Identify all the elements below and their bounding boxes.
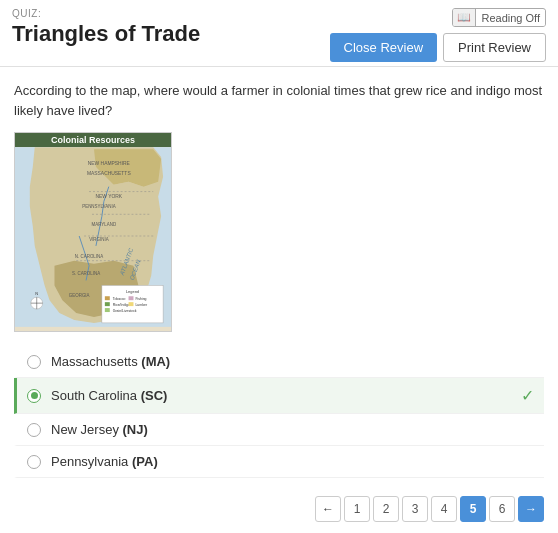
svg-text:NEW HAMPSHIRE: NEW HAMPSHIRE — [88, 161, 131, 166]
radio-south-carolina — [27, 389, 41, 403]
svg-text:N. CAROLINA: N. CAROLINA — [75, 254, 103, 259]
svg-text:Legend: Legend — [126, 289, 139, 294]
question-area: According to the map, where would a farm… — [0, 67, 558, 486]
next-page-button[interactable]: → — [518, 496, 544, 522]
radio-new-jersey — [27, 423, 41, 437]
svg-text:PENNSYLVANIA: PENNSYLVANIA — [82, 204, 115, 209]
page-4-button[interactable]: 4 — [431, 496, 457, 522]
abbr-sc: (SC) — [141, 388, 168, 403]
close-review-button[interactable]: Close Review — [330, 33, 437, 62]
page-6-button[interactable]: 6 — [489, 496, 515, 522]
page-5-button[interactable]: 5 — [460, 496, 486, 522]
svg-rect-18 — [105, 296, 110, 300]
top-bar: QUIZ: Triangles of Trade 📖 Reading Off C… — [0, 0, 558, 67]
colonial-map: ATLANTIC OCEAN NEW HAMPSHIRE MASSACHUSET… — [15, 147, 171, 327]
quiz-label: QUIZ: — [12, 8, 200, 19]
prev-page-button[interactable]: ← — [315, 496, 341, 522]
question-text: According to the map, where would a farm… — [14, 81, 544, 120]
page-3-button[interactable]: 3 — [402, 496, 428, 522]
correct-checkmark: ✓ — [521, 386, 534, 405]
reading-label: Reading Off — [476, 10, 545, 26]
quiz-title: Triangles of Trade — [12, 21, 200, 46]
option-text-massachusetts: Massachusetts (MA) — [51, 354, 534, 369]
svg-text:MASSACHUSETTS: MASSACHUSETTS — [87, 171, 131, 176]
radio-massachusetts — [27, 355, 41, 369]
print-review-button[interactable]: Print Review — [443, 33, 546, 62]
svg-rect-22 — [105, 308, 110, 312]
reading-toggle[interactable]: 📖 Reading Off — [452, 8, 546, 27]
svg-text:Fishing: Fishing — [135, 297, 146, 301]
option-south-carolina[interactable]: South Carolina (SC) ✓ — [14, 378, 544, 414]
svg-text:S. CAROLINA: S. CAROLINA — [72, 272, 100, 277]
map-title: Colonial Resources — [15, 133, 171, 147]
page-1-button[interactable]: 1 — [344, 496, 370, 522]
quiz-header: QUIZ: Triangles of Trade — [12, 8, 200, 47]
svg-text:N: N — [35, 291, 38, 296]
radio-pennsylvania — [27, 455, 41, 469]
abbr-pa: (PA) — [132, 454, 158, 469]
svg-text:MARYLAND: MARYLAND — [92, 222, 117, 227]
reading-icon: 📖 — [453, 9, 476, 26]
svg-rect-24 — [129, 296, 134, 300]
option-text-south-carolina: South Carolina (SC) — [51, 388, 513, 403]
svg-text:VIRGINIA: VIRGINIA — [89, 237, 109, 242]
abbr-nj: (NJ) — [123, 422, 148, 437]
option-new-jersey[interactable]: New Jersey (NJ) — [14, 414, 544, 446]
top-right-controls: 📖 Reading Off Close Review Print Review — [330, 8, 546, 62]
svg-text:Grain/Livestock: Grain/Livestock — [113, 309, 137, 313]
svg-text:Tobacco: Tobacco — [113, 297, 126, 301]
option-text-pennsylvania: Pennsylvania (PA) — [51, 454, 534, 469]
answer-options: Massachusetts (MA) South Carolina (SC) ✓… — [14, 346, 544, 478]
option-massachusetts[interactable]: Massachusetts (MA) — [14, 346, 544, 378]
page-2-button[interactable]: 2 — [373, 496, 399, 522]
action-buttons: Close Review Print Review — [330, 33, 546, 62]
svg-rect-26 — [129, 302, 134, 306]
svg-text:NEW YORK: NEW YORK — [95, 194, 122, 199]
svg-rect-20 — [105, 302, 110, 306]
option-pennsylvania[interactable]: Pennsylvania (PA) — [14, 446, 544, 478]
map-container: Colonial Resources ATLANTIC OCEAN — [14, 132, 172, 332]
option-text-new-jersey: New Jersey (NJ) — [51, 422, 534, 437]
abbr-ma: (MA) — [141, 354, 170, 369]
pagination: ← 1 2 3 4 5 6 → — [0, 486, 558, 532]
svg-text:GEORGIA: GEORGIA — [69, 293, 90, 298]
svg-text:Rice/Indigo: Rice/Indigo — [113, 303, 130, 307]
svg-text:Lumber: Lumber — [135, 303, 148, 307]
radio-inner-sc — [31, 392, 38, 399]
